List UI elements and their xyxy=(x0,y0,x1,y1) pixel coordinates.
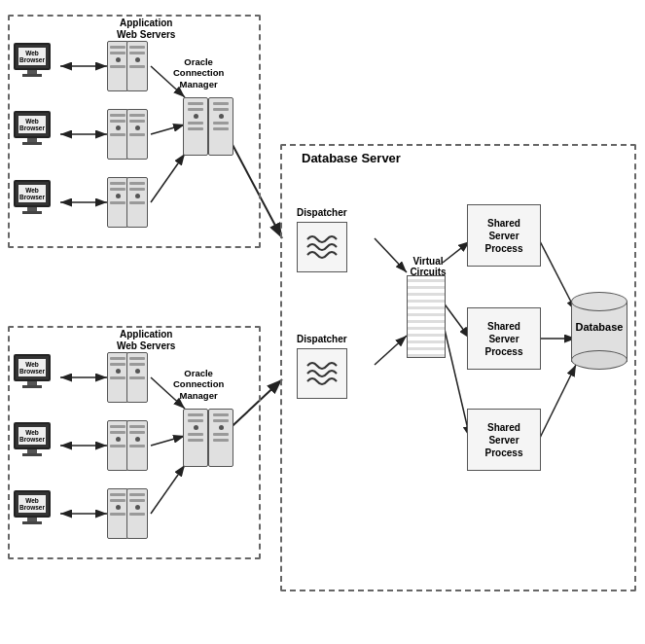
database-label: Database xyxy=(571,321,627,333)
virtual-circuits-box xyxy=(407,275,446,358)
oracle-cm-top-label: OracleConnectionManager xyxy=(173,56,224,89)
app-server-tower-4 xyxy=(126,109,148,160)
app-server-bottom-2 xyxy=(126,352,148,403)
web-browser-icon-6: WebBrowser xyxy=(14,490,51,524)
app-server-bottom-3 xyxy=(107,420,128,471)
app-server-tower-6 xyxy=(126,177,148,228)
database-cylinder: Database xyxy=(571,292,627,370)
app-server-tower-2 xyxy=(126,41,148,91)
web-browser-icon-3: WebBrowser xyxy=(14,180,51,214)
database-server-label: Database Server xyxy=(302,151,401,166)
bottom-app-web-servers-label: ApplicationWeb Servers xyxy=(117,329,175,352)
oracle-cm-server-bottom-1 xyxy=(183,409,208,467)
architecture-diagram: ApplicationWeb Servers WebBrowser WebBro… xyxy=(0,0,645,644)
ssp-1-box: SharedServerProcess xyxy=(467,204,541,267)
ssp-2-box: SharedServerProcess xyxy=(467,307,541,370)
virtual-circuits-label: VirtualCircuits xyxy=(409,256,448,277)
dispatcher-2-box xyxy=(297,348,347,399)
top-app-web-servers-label: ApplicationWeb Servers xyxy=(117,18,175,41)
web-browser-icon-2: WebBrowser xyxy=(14,111,51,145)
ssp-3-box: SharedServerProcess xyxy=(467,409,541,471)
dispatcher-2-label: Dispatcher xyxy=(297,334,347,344)
oracle-cm-server-top-2 xyxy=(208,97,233,156)
app-server-bottom-4 xyxy=(126,420,148,471)
web-browser-icon-4: WebBrowser xyxy=(14,354,51,388)
web-browser-icon-1: WebBrowser xyxy=(14,43,51,77)
web-browser-icon-5: WebBrowser xyxy=(14,422,51,456)
app-server-tower-3 xyxy=(107,109,128,160)
oracle-cm-bottom-label: OracleConnectionManager xyxy=(173,368,224,401)
oracle-cm-server-bottom-2 xyxy=(208,409,233,467)
app-server-bottom-1 xyxy=(107,352,128,403)
dispatcher-1-waves xyxy=(303,228,341,267)
app-server-bottom-6 xyxy=(126,488,148,539)
dispatcher-1-box xyxy=(297,222,347,272)
app-server-bottom-5 xyxy=(107,488,128,539)
app-server-tower-1 xyxy=(107,41,128,91)
dispatcher-2-waves xyxy=(303,354,341,393)
dispatcher-1-label: Dispatcher xyxy=(297,207,347,218)
app-server-tower-5 xyxy=(107,177,128,228)
oracle-cm-server-top-1 xyxy=(183,97,208,156)
